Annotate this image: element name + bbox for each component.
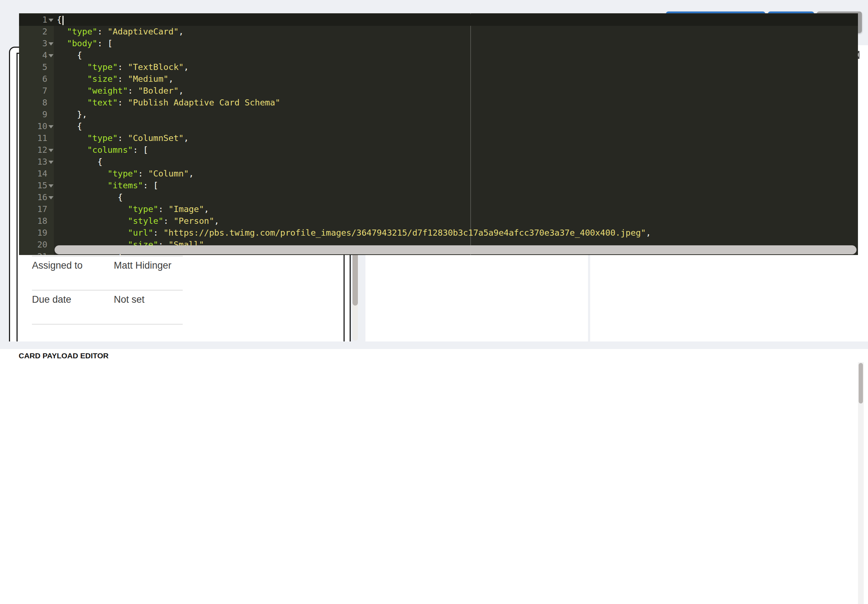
line-number: 18 (19, 215, 54, 227)
code-text[interactable]: "columns": [ (54, 144, 148, 156)
fold-toggle-icon[interactable] (48, 161, 53, 164)
line-number: 2 (19, 26, 54, 38)
code-text[interactable]: { (54, 120, 82, 132)
fold-toggle-icon[interactable] (48, 149, 53, 152)
line-number: 10 (19, 120, 54, 132)
fact-row: Due dateNot set (32, 290, 183, 324)
fact-label: Assigned to (32, 260, 114, 290)
line-number: 11 (19, 132, 54, 144)
code-text[interactable]: "body": [ (54, 38, 113, 49)
line-number: 5 (19, 61, 54, 73)
code-text[interactable]: "style": "Person", (54, 215, 219, 227)
code-text[interactable]: "type": "ColumnSet", (54, 132, 189, 144)
code-text[interactable]: { (54, 156, 102, 168)
line-number: 13 (19, 156, 54, 168)
line-number: 6 (19, 73, 54, 85)
fact-row: Assigned toMatt Hidinger (32, 256, 183, 290)
code-line[interactable]: 4 { (19, 49, 858, 61)
code-text[interactable]: }, (54, 109, 87, 120)
json-code-editor[interactable]: 1{2 "type": "AdaptiveCard",3 "body": [4 … (19, 13, 858, 255)
fact-value: Matt Hidinger (114, 260, 172, 290)
code-text[interactable]: { (54, 192, 123, 203)
code-line[interactable]: 3 "body": [ (19, 38, 858, 49)
code-text[interactable]: "type": "TextBlock", (54, 61, 189, 73)
code-line[interactable]: 13 { (19, 156, 858, 168)
fold-toggle-icon[interactable] (48, 196, 53, 199)
line-number: 8 (19, 97, 54, 109)
code-text[interactable]: "size": "Medium", (54, 73, 174, 85)
text-cursor (62, 16, 64, 25)
fact-value: Not set (114, 294, 145, 324)
code-text[interactable]: "items": [ (54, 180, 158, 192)
code-line[interactable]: 5 "type": "TextBlock", (19, 61, 858, 73)
fact-label: Due date (32, 294, 114, 324)
line-number: 16 (19, 192, 54, 203)
code-text[interactable]: "type": "Image", (54, 203, 209, 215)
line-number: 17 (19, 203, 54, 215)
fold-toggle-icon[interactable] (48, 184, 53, 188)
code-line[interactable]: 10 { (19, 120, 858, 132)
code-text[interactable]: "text": "Publish Adaptive Card Schema" (54, 97, 281, 109)
code-text[interactable]: "type": "AdaptiveCard", (54, 26, 184, 38)
line-number: 20 (19, 239, 54, 251)
card-payload-editor-label: CARD PAYLOAD EDITOR (19, 352, 108, 360)
fold-toggle-icon[interactable] (48, 42, 53, 46)
card-payload-editor-section: CARD PAYLOAD EDITOR (0, 349, 868, 604)
line-number: 7 (19, 85, 54, 97)
code-line[interactable]: 9 }, (19, 109, 858, 120)
fold-toggle-icon[interactable] (48, 125, 53, 128)
editor-rows[interactable]: 1{2 "type": "AdaptiveCard",3 "body": [4 … (19, 14, 858, 255)
code-text[interactable]: "type": "Column", (54, 168, 194, 180)
code-line[interactable]: 11 "type": "ColumnSet", (19, 132, 858, 144)
code-line[interactable]: 8 "text": "Publish Adaptive Card Schema" (19, 97, 858, 109)
line-number: 1 (19, 14, 54, 26)
line-number: 21 (19, 251, 54, 255)
code-line[interactable]: 18 "style": "Person", (19, 215, 858, 227)
fold-toggle-icon[interactable] (48, 54, 53, 57)
code-line[interactable]: 16 { (19, 192, 858, 203)
line-number: 4 (19, 49, 54, 61)
line-number: 19 (19, 227, 54, 239)
code-text[interactable]: "weight": "Bolder", (54, 85, 184, 97)
code-text[interactable]: { (54, 14, 64, 26)
code-line[interactable]: 1{ (19, 14, 858, 26)
code-line[interactable]: 2 "type": "AdaptiveCard", (19, 26, 858, 38)
code-text[interactable]: { (54, 49, 82, 61)
line-number: 9 (19, 109, 54, 120)
code-line[interactable]: 7 "weight": "Bolder", (19, 85, 858, 97)
code-line[interactable]: 15 "items": [ (19, 180, 858, 192)
fold-toggle-icon[interactable] (48, 19, 53, 22)
line-number: 15 (19, 180, 54, 192)
line-number: 14 (19, 168, 54, 180)
line-number: 12 (19, 144, 54, 156)
editor-vertical-scrollbar-thumb[interactable] (859, 363, 863, 403)
code-line[interactable]: 12 "columns": [ (19, 144, 858, 156)
code-text[interactable]: "url": "https://pbs.twimg.com/profile_im… (54, 227, 651, 239)
editor-horizontal-scrollbar-thumb[interactable] (54, 245, 857, 254)
code-line[interactable]: 6 "size": "Medium", (19, 73, 858, 85)
code-line[interactable]: 17 "type": "Image", (19, 203, 858, 215)
line-number: 3 (19, 38, 54, 49)
code-line[interactable]: 19 "url": "https://pbs.twimg.com/profile… (19, 227, 858, 239)
code-line[interactable]: 14 "type": "Column", (19, 168, 858, 180)
